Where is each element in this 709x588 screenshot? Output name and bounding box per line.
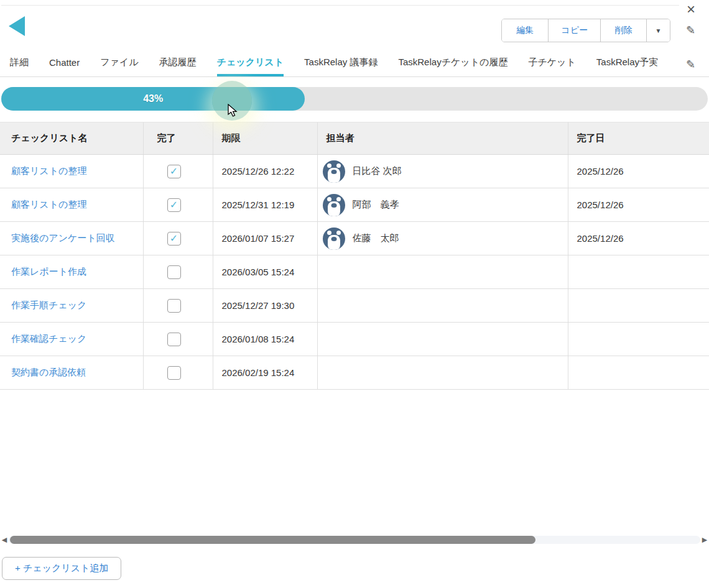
- horizontal-scrollbar: ◀ ▶: [0, 535, 709, 544]
- table-row: 実施後のアンケート回収 ✓ 2026/01/07 15:27 佐藤 太郎 202…: [0, 222, 709, 255]
- tab-taskrelay-planned-actual[interactable]: TaskRelay予実: [596, 52, 658, 76]
- checklist-item-link[interactable]: 契約書の承認依頼: [11, 367, 86, 377]
- completed-date: 2025/12/26: [568, 188, 709, 222]
- column-header-completed-date: 完了日: [568, 122, 709, 155]
- completed-date: [568, 289, 709, 323]
- progress-percent-label: 43%: [143, 93, 163, 104]
- table-row: 作業レポート作成 ✓ 2026/03/05 15:24: [0, 255, 709, 289]
- tab-approval-history[interactable]: 承認履歴: [159, 52, 197, 76]
- check-icon: ✓: [170, 167, 178, 177]
- done-checkbox[interactable]: ✓: [167, 198, 181, 212]
- done-checkbox[interactable]: ✓: [167, 333, 181, 346]
- edit-button[interactable]: 編集: [502, 19, 548, 42]
- inline-edit-pencil-icon[interactable]: ✎: [686, 25, 695, 36]
- more-actions-caret-icon[interactable]: ▼: [646, 19, 670, 42]
- panel-top-border: [1, 5, 679, 6]
- table-row: 作業手順チェック ✓ 2025/12/27 19:30: [0, 289, 709, 323]
- close-icon[interactable]: ×: [682, 0, 700, 19]
- add-checklist-button[interactable]: + チェックリスト追加: [2, 557, 121, 580]
- due-date: 2026/03/05 15:24: [213, 255, 317, 289]
- assignee-avatar: [323, 160, 345, 183]
- delete-button[interactable]: 削除: [600, 19, 646, 42]
- checklist-table: チェックリスト名 完了 期限 担当者 完了日 顧客リストの整理 ✓ 2025/1…: [0, 122, 709, 390]
- progress-fill: 43%: [1, 87, 305, 111]
- scroll-right-icon[interactable]: ▶: [700, 536, 709, 544]
- tab-chatter[interactable]: Chatter: [49, 52, 80, 76]
- tab-bar: 詳細 Chatter ファイル 承認履歴 チェックリスト TaskRelay 議…: [0, 52, 709, 77]
- scrollbar-thumb[interactable]: [10, 536, 535, 544]
- tab-files[interactable]: ファイル: [100, 52, 138, 76]
- done-checkbox[interactable]: ✓: [167, 165, 181, 178]
- checklist-progress-bar: 43%: [1, 87, 708, 111]
- copy-button[interactable]: コピー: [548, 19, 600, 42]
- due-date: 2025/12/31 12:19: [213, 188, 317, 222]
- check-icon: ✓: [170, 200, 178, 210]
- table-row: 顧客リストの整理 ✓ 2025/12/26 12:22 日比谷 次郎 2025/…: [0, 155, 709, 188]
- assignee-name: 阿部 義孝: [353, 199, 399, 211]
- done-checkbox[interactable]: ✓: [167, 366, 181, 380]
- tab-taskrelay-ticket-history[interactable]: TaskRelayチケットの履歴: [398, 52, 507, 76]
- scroll-left-icon[interactable]: ◀: [0, 536, 9, 544]
- column-header-done: 完了: [143, 122, 213, 155]
- assignee-avatar: [323, 227, 345, 250]
- checklist-item-link[interactable]: 顧客リストの整理: [11, 199, 86, 209]
- due-date: 2025/12/27 19:30: [213, 289, 317, 323]
- column-header-assignee: 担当者: [317, 122, 568, 155]
- tab-checklist[interactable]: チェックリスト: [217, 52, 284, 76]
- table-row: 契約書の承認依頼 ✓ 2026/02/19 15:24: [0, 356, 709, 390]
- checklist-item-link[interactable]: 顧客リストの整理: [11, 165, 86, 176]
- column-header-due: 期限: [213, 122, 317, 155]
- completed-date: [568, 356, 709, 390]
- check-icon: ✓: [170, 234, 178, 244]
- record-detail-panel: × 編集 コピー 削除 ▼ ✎ 詳細 Chatter ファイル 承認履歴 チェッ…: [0, 0, 709, 588]
- tab-child-tickets[interactable]: 子チケット: [528, 52, 575, 76]
- table-row: 顧客リストの整理 ✓ 2025/12/31 12:19 阿部 義孝 2025/1…: [0, 188, 709, 222]
- assignee-avatar: [323, 194, 345, 216]
- checklist-item-link[interactable]: 実施後のアンケート回収: [11, 232, 115, 243]
- done-checkbox[interactable]: ✓: [167, 232, 181, 246]
- due-date: 2025/12/26 12:22: [213, 155, 317, 188]
- checklist-item-link[interactable]: 作業手順チェック: [11, 300, 86, 310]
- due-date: 2026/01/07 15:27: [213, 222, 317, 255]
- due-date: 2026/01/08 15:24: [213, 323, 317, 356]
- assignee-name: 日比谷 次郎: [353, 165, 402, 177]
- tab-details[interactable]: 詳細: [10, 52, 29, 76]
- back-icon[interactable]: [9, 16, 25, 36]
- assignee-name: 佐藤 太郎: [353, 232, 399, 244]
- checklist-item-link[interactable]: 作業レポート作成: [11, 266, 86, 277]
- done-checkbox[interactable]: ✓: [167, 299, 181, 313]
- checklist-item-link[interactable]: 作業確認チェック: [11, 333, 86, 344]
- scrollbar-track[interactable]: [9, 536, 700, 544]
- completed-date: [568, 323, 709, 356]
- completed-date: 2025/12/26: [568, 155, 709, 188]
- table-row: 作業確認チェック ✓ 2026/01/08 15:24: [0, 323, 709, 356]
- completed-date: 2025/12/26: [568, 222, 709, 255]
- done-checkbox[interactable]: ✓: [167, 265, 181, 279]
- tabs-edit-pencil-icon[interactable]: ✎: [686, 52, 709, 76]
- column-header-checklist-name: チェックリスト名: [0, 122, 143, 155]
- record-action-group: 編集 コピー 削除 ▼: [501, 19, 670, 42]
- due-date: 2026/02/19 15:24: [213, 356, 317, 390]
- completed-date: [568, 255, 709, 289]
- tab-taskrelay-minutes[interactable]: TaskRelay 議事録: [304, 52, 378, 76]
- table-header-row: チェックリスト名 完了 期限 担当者 完了日: [0, 122, 709, 155]
